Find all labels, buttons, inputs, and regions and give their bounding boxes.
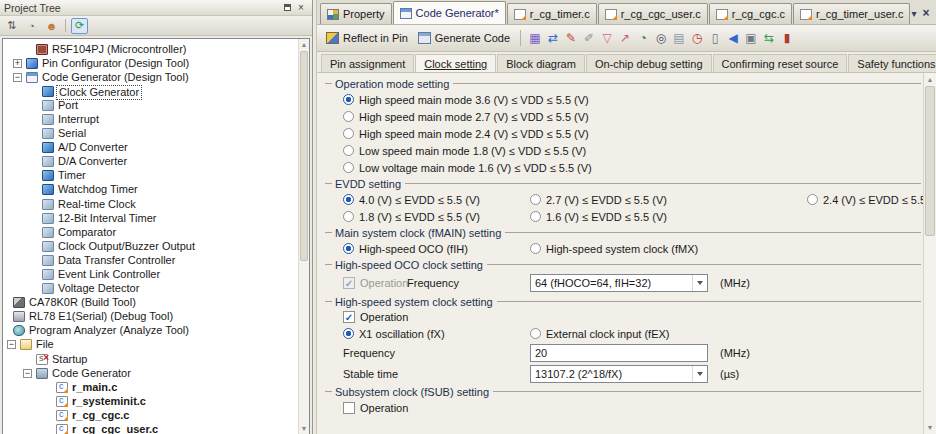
collapse-icon[interactable]: − (23, 369, 32, 378)
tab-r-cg-cgc-user-c[interactable]: r_cg_cgc_user.c (598, 3, 708, 24)
tree-item-file[interactable]: −File (3, 338, 297, 352)
scroll-down-icon[interactable]: ▼ (299, 425, 309, 432)
radio-1-8-v-evdd-5-5-v-[interactable]: 1.8 (V) ≤ EVDD ≤ 5.5 (V) (343, 211, 480, 223)
sort-icon[interactable]: ⇅ (3, 18, 20, 34)
stopwatch-icon[interactable]: ◔ (634, 29, 652, 47)
tree-item-r-systeminit-c[interactable]: r_systeminit.c (3, 394, 297, 408)
radio-high-speed-main-mode-2-4-v-vdd-5-5-v-[interactable]: High speed main mode 2.4 (V) ≤ VDD ≤ 5.5… (343, 128, 589, 140)
person-icon[interactable]: ☻ (43, 18, 60, 34)
speaker-icon[interactable]: ◀ (724, 29, 742, 47)
expand-icon[interactable]: + (13, 59, 22, 68)
battery-icon[interactable]: ▮ (778, 29, 796, 47)
radio-1-6-v-evdd-5-5-v-[interactable]: 1.6 (V) ≤ EVDD ≤ 5.5 (V) (530, 211, 667, 223)
radio-external-clock-input-fex-[interactable]: External clock input (fEX) (530, 328, 670, 340)
tree-item-interrupt[interactable]: Interrupt (3, 112, 297, 126)
checkbox-operation[interactable]: Operation (343, 402, 408, 414)
table-icon[interactable]: ▤ (670, 29, 688, 47)
text-input[interactable]: 20 (530, 344, 708, 362)
form-scrollbar[interactable]: ▲ ▼ (923, 73, 936, 434)
flowchart-icon[interactable]: ▦ (526, 29, 544, 47)
dropdown-64-fhoco-64-fih-32-[interactable]: 64 (fHOCO=64, fIH=32) (530, 274, 708, 292)
compare-icon[interactable]: ⇆ (760, 29, 778, 47)
tree-item-comparator[interactable]: Comparator (3, 225, 297, 239)
collapse-icon[interactable]: − (7, 340, 16, 349)
tree-item-serial[interactable]: Serial (3, 127, 297, 141)
auto-hide-pin-icon[interactable] (280, 2, 294, 14)
generate-code-button[interactable]: Generate Code (413, 30, 515, 46)
form-scrollbar-thumb[interactable] (925, 86, 935, 236)
tree-item-r-main-c[interactable]: r_main.c (3, 380, 297, 394)
funnel-icon[interactable]: ▽ (598, 29, 616, 47)
tree-item-code-generator-design-tool[interactable]: −Code Generator (Design Tool) (3, 70, 297, 84)
chevron-down-icon[interactable] (692, 366, 707, 382)
radio-high-speed-main-mode-2-7-v-vdd-5-5-v-[interactable]: High speed main mode 2.7 (V) ≤ VDD ≤ 5.5… (343, 111, 589, 123)
tree-item-real-time-clock[interactable]: Real-time Clock (3, 197, 297, 211)
tree-item-watchdog-timer[interactable]: Watchdog Timer (3, 183, 297, 197)
tab-code-generator[interactable]: Code Generator* (393, 1, 506, 24)
tab-clock-setting[interactable]: Clock setting (415, 54, 496, 72)
clock-icon[interactable]: ◷ (688, 29, 706, 47)
radio-x1-oscillation-fx-[interactable]: X1 oscillation (fX) (343, 328, 445, 340)
tree-item-r-cg-cgc-user-c[interactable]: r_cg_cgc_user.c (3, 423, 297, 434)
scroll-up-icon[interactable]: ▲ (924, 76, 936, 83)
tab-r-cg-cgc-c[interactable]: r_cg_cgc.c (709, 3, 792, 24)
radio-high-speed-oco-fih-[interactable]: High-speed OCO (fIH) (343, 243, 468, 255)
pink-arrow-icon[interactable]: ↗ (616, 29, 634, 47)
radio-low-speed-main-mode-1-8-v-vdd-5-5-v-[interactable]: Low speed main mode 1.8 (V) ≤ VDD ≤ 5.5 … (343, 145, 586, 157)
tab-r-cg-timer-user-c[interactable]: r_cg_timer_user.c (793, 3, 910, 24)
dropdown-13107-2-2-18-fx-[interactable]: 13107.2 (2^18/fX) (530, 365, 708, 383)
tree-item-r-cg-cgc-c[interactable]: r_cg_cgc.c (3, 408, 297, 422)
tree-scrollbar[interactable]: ▲ ▼ (298, 39, 309, 434)
radio-4-0-v-evdd-5-5-v-[interactable]: 4.0 (V) ≤ EVDD ≤ 5.5 (V) (343, 194, 480, 206)
tree-item-clock-output-buzzer-output[interactable]: Clock Output/Buzzer Output (3, 239, 297, 253)
tree-item-clock-generator[interactable]: Clock Generator (3, 84, 297, 98)
tree-item-r5f104pj-microcontroller[interactable]: R5F104PJ (Microcontroller) (3, 42, 297, 56)
tab-on-chip-debug-setting[interactable]: On-chip debug setting (586, 54, 712, 72)
binoculars-icon[interactable]: ◎ (652, 29, 670, 47)
clock-icon[interactable]: ◔ (23, 18, 40, 34)
tree-item-d-a-converter[interactable]: D/A Converter (3, 155, 297, 169)
close-panel-icon[interactable]: × (294, 2, 308, 14)
tree-item-data-transfer-controller[interactable]: Data Transfer Controller (3, 253, 297, 267)
scroll-up-icon[interactable]: ▲ (299, 41, 309, 48)
radio-high-speed-system-clock-fmx-[interactable]: High-speed system clock (fMX) (530, 243, 698, 255)
radio-high-speed-main-mode-3-6-v-vdd-5-5-v-[interactable]: High speed main mode 3.6 (V) ≤ VDD ≤ 5.5… (343, 94, 589, 106)
collapse-icon[interactable]: − (13, 73, 22, 82)
tab-r-cg-timer-c[interactable]: r_cg_timer.c (507, 3, 597, 24)
checkbox-operation[interactable]: ✓Operation (343, 311, 408, 323)
tab-close-icon[interactable]: × (922, 6, 929, 20)
refresh-icon[interactable]: ⟳ (71, 18, 88, 34)
tree-item-program-analyzer-analyze-tool[interactable]: Program Analyzer (Analyze Tool) (3, 324, 297, 338)
tab-pin-assignment[interactable]: Pin assignment (321, 54, 414, 72)
tree-item-voltage-detector[interactable]: Voltage Detector (3, 282, 297, 296)
sync-icon[interactable]: ⇄ (544, 29, 562, 47)
tree-scrollbar-thumb[interactable] (300, 51, 308, 261)
blocks-icon[interactable]: ▣ (742, 29, 760, 47)
tab-property[interactable]: Property (320, 3, 392, 24)
tree-item-12-bit-interval-timer[interactable]: 12-Bit Interval Timer (3, 211, 297, 225)
tree-item-ca78k0r-build-tool[interactable]: CA78K0R (Build Tool) (3, 296, 297, 310)
tab-block-diagram[interactable]: Block diagram (497, 54, 585, 72)
tab-safety-functions[interactable]: Safety functions (848, 54, 936, 72)
tree-item-pin-configurator-design-tool[interactable]: +Pin Configurator (Design Tool) (3, 56, 297, 70)
dropdown-control[interactable]: 13107.2 (2^18/fX) (530, 365, 708, 383)
tree-item-port[interactable]: Port (3, 98, 297, 112)
tree-item-rl78-e1-serial-debug-tool[interactable]: RL78 E1(Serial) (Debug Tool) (3, 310, 297, 324)
input-field[interactable]: 20 (530, 344, 708, 362)
reflect-in-pin-button[interactable]: Reflect in Pin (321, 30, 413, 46)
tab-list-dropdown-icon[interactable]: ▾ (911, 8, 916, 19)
eraser-icon[interactable]: ✐ (580, 29, 598, 47)
tree-item-event-link-controller[interactable]: Event Link Controller (3, 268, 297, 282)
report-icon[interactable]: ▯ (706, 29, 724, 47)
scroll-down-icon[interactable]: ▼ (924, 424, 936, 431)
dropdown-control[interactable]: 64 (fHOCO=64, fIH=32) (530, 274, 708, 292)
radio-2-7-v-evdd-5-5-v-[interactable]: 2.7 (V) ≤ EVDD ≤ 5.5 (V) (530, 194, 667, 206)
tree-item-startup[interactable]: Startup (3, 352, 297, 366)
tree-item-a-d-converter[interactable]: A/D Converter (3, 141, 297, 155)
radio-2-4-v-evdd-5-5-v-[interactable]: 2.4 (V) ≤ EVDD ≤ 5.5 (V) (807, 194, 923, 206)
write-code-icon[interactable]: ✎ (562, 29, 580, 47)
tab-confirming-reset-source[interactable]: Confirming reset source (713, 54, 848, 72)
tree-item-code-generator[interactable]: −Code Generator (3, 366, 297, 380)
chevron-down-icon[interactable] (692, 275, 707, 291)
radio-low-voltage-main-mode-1-6-v-vdd-5-5-v-[interactable]: Low voltage main mode 1.6 (V) ≤ VDD ≤ 5.… (343, 162, 592, 174)
